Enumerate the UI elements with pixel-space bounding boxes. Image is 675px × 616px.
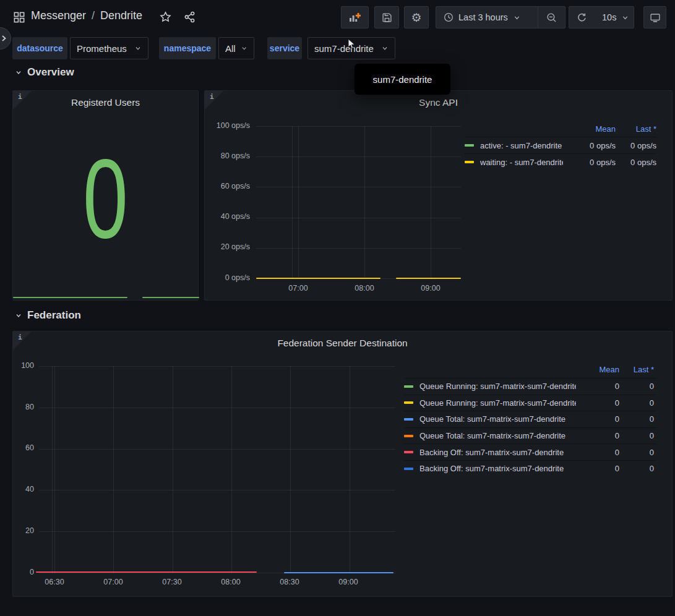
save-dashboard-button[interactable] (374, 6, 399, 28)
chevron-down-icon (241, 45, 247, 52)
variable-label-datasource[interactable]: datasource (12, 37, 67, 59)
panel-info-corner[interactable] (13, 332, 32, 350)
legend-mean-value: 0 (576, 382, 619, 391)
legend-last-header[interactable]: Last * (616, 124, 656, 134)
legend-mean-value: 0 (576, 414, 619, 424)
panel-title[interactable]: Federation Sender Destination (38, 338, 647, 349)
series-color-swatch (404, 401, 413, 404)
panel-sync-api: i Sync API 100 ops/s 80 ops/s 60 ops/s 4… (204, 90, 673, 301)
chevron-down-icon (134, 45, 142, 52)
share-icon[interactable] (184, 11, 196, 23)
chevron-down-icon (513, 14, 521, 22)
legend-mean-header[interactable]: Mean (576, 365, 619, 374)
variable-label-service[interactable]: service (267, 37, 302, 59)
legend-series-label[interactable]: Queue Running: sum7-matrix-sum7-dendrite (419, 382, 576, 391)
legend-last-value: 0 ops/s (616, 158, 656, 167)
time-range-label: Last 3 hours (458, 12, 508, 22)
time-range-picker[interactable]: Last 3 hours (436, 7, 538, 28)
chevron-down-icon (381, 45, 389, 52)
breadcrumb-separator: / (92, 9, 95, 22)
namespace-value-text: All (225, 43, 236, 54)
series-color-swatch (465, 161, 474, 163)
breadcrumb-folder[interactable]: Messenger (31, 9, 86, 22)
legend-series-label[interactable]: Queue Total: sum7-matrix-sum7-dendrite (419, 431, 576, 440)
series-color-swatch (404, 418, 413, 421)
chart-grid (39, 366, 395, 573)
zoom-out-time-button[interactable] (538, 7, 565, 28)
sidebar-expand-button[interactable] (0, 27, 11, 49)
series-line-waiting (256, 278, 380, 279)
x-tick: 06:30 (37, 578, 72, 586)
panel-federation-sender: i Federation Sender Destination 100 80 6… (12, 331, 673, 597)
legend-series-label[interactable]: Queue Running: sum7-matrix-sum7-dendrite (419, 398, 576, 408)
y-tick: 60 (14, 443, 34, 452)
x-tick: 07:30 (155, 578, 189, 586)
add-panel-button[interactable] (341, 6, 369, 28)
refresh-interval-label: 10s (602, 12, 616, 22)
favorite-star-icon[interactable] (160, 11, 171, 23)
breadcrumb-dashboard[interactable]: Dendrite (100, 9, 142, 22)
legend-series-label[interactable]: active: - sum7-dendrite (480, 141, 563, 150)
legend-last-header[interactable]: Last * (619, 365, 656, 374)
tv-mode-button[interactable] (643, 6, 666, 28)
tooltip-text: sum7-dendrite (373, 74, 432, 85)
legend-series-label[interactable]: Queue Total: sum7-matrix-sum7-dendrite (419, 414, 576, 424)
legend-mean-header[interactable]: Mean (563, 124, 616, 134)
legend-table: Mean Last * Queue Running: sum7-matrix-s… (404, 361, 656, 477)
legend-last-value: 0 (619, 448, 656, 457)
section-overview[interactable]: Overview (15, 66, 74, 79)
panel-info-corner[interactable] (13, 91, 32, 109)
panel-title[interactable]: Registerd Users (38, 97, 173, 108)
section-federation[interactable]: Federation (15, 309, 81, 322)
zoom-out-icon (546, 12, 557, 23)
legend-header-row: Mean Last * (465, 121, 656, 137)
legend-last-value: 0 (619, 464, 656, 473)
series-color-swatch (404, 468, 413, 470)
legend-mean-value: 0 ops/s (563, 141, 616, 150)
y-tick: 20 (14, 526, 34, 535)
series-color-swatch (404, 435, 413, 437)
stat-value: 0 (39, 122, 172, 275)
legend-series-label[interactable]: waiting: - sum7-dendrite (480, 158, 563, 167)
panel-info-corner[interactable] (205, 91, 223, 109)
dashboards-grid-icon[interactable] (14, 12, 25, 23)
sparkline-segment (13, 297, 127, 298)
series-color-swatch (465, 144, 474, 147)
y-tick: 20 ops/s (207, 242, 250, 251)
y-tick: 60 ops/s (207, 182, 250, 190)
refresh-dashboard-button[interactable] (569, 7, 595, 28)
refresh-interval-picker[interactable]: 10s (595, 7, 637, 28)
gear-icon: ⚙ (411, 12, 421, 24)
variable-value-datasource[interactable]: Prometheus (70, 37, 148, 59)
grafana-dashboard: Messenger / Dendrite ⚙ L (0, 0, 675, 616)
variable-value-namespace[interactable]: All (218, 37, 254, 59)
refresh-icon (577, 12, 587, 23)
monitor-icon (650, 12, 661, 23)
panel-title[interactable]: Sync API (230, 97, 647, 108)
dashboard-settings-button[interactable]: ⚙ (404, 6, 429, 28)
x-tick: 09:00 (413, 284, 448, 293)
y-tick: 40 ops/s (207, 212, 250, 221)
x-tick: 07:00 (96, 578, 131, 586)
legend-row: Queue Total: sum7-matrix-sum7-dendrite 0… (404, 427, 656, 444)
chevron-down-icon (15, 69, 22, 76)
legend-last-value: 0 (619, 414, 656, 424)
legend-row: Queue Running: sum7-matrix-sum7-dendrite… (404, 378, 656, 395)
legend-last-value: 0 (619, 382, 656, 391)
legend-series-label[interactable]: Backing Off: sum7-matrix-sum7-dendrite (419, 448, 576, 457)
add-panel-icon (349, 12, 361, 23)
y-tick: 0 ops/s (207, 273, 250, 282)
x-tick: 08:00 (347, 284, 382, 293)
breadcrumb: Messenger / Dendrite (31, 9, 142, 22)
legend-mean-value: 0 (576, 431, 619, 440)
legend-row: Backing Off: sum7-matrix-sum7-dendrite 0… (404, 460, 656, 477)
legend-series-label[interactable]: Backing Off: sum7-matrix-sum7-dendrite (419, 464, 576, 473)
save-icon (382, 12, 392, 23)
panel-registered-users: i Registerd Users 0 (12, 90, 199, 301)
series-line-backing-off-blue (284, 572, 393, 573)
legend-mean-value: 0 (576, 398, 619, 408)
variable-label-namespace[interactable]: namespace (159, 37, 216, 59)
chart-grid (256, 126, 461, 279)
legend-row: Backing Off: sum7-matrix-sum7-dendrite 0… (404, 443, 656, 460)
y-tick: 100 (14, 361, 34, 370)
